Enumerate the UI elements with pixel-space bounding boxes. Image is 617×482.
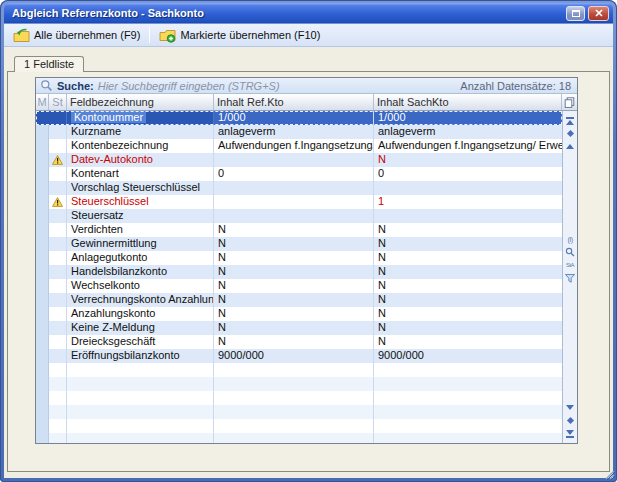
warning-icon [52, 155, 63, 165]
sach-value-cell: N [374, 335, 562, 349]
ref-value-cell [214, 433, 374, 443]
copy-icon [564, 97, 575, 108]
table-row[interactable]: Verrechnungskonto AnzahlungNN [36, 293, 562, 307]
field-name-cell [67, 391, 214, 405]
column-header-m[interactable]: M [36, 94, 49, 110]
table-row[interactable]: VerdichtenNN [36, 223, 562, 237]
status-cell [49, 195, 67, 209]
row-indicator-cell [36, 391, 49, 405]
titlebar[interactable]: Abgleich Referenzkonto - Sachkonto [4, 3, 613, 23]
sach-value-cell: N [374, 223, 562, 237]
scroll-prev-marked-button[interactable] [564, 127, 577, 140]
ref-value-cell [214, 377, 374, 391]
tab-feldliste[interactable]: 1 Feldliste [14, 56, 84, 72]
sach-value-cell: N [374, 321, 562, 335]
row-indicator-cell [36, 209, 49, 223]
vertical-scrollbar[interactable]: (I) StA [562, 111, 577, 443]
maximize-button[interactable] [566, 6, 585, 21]
sort-button[interactable]: StA [564, 259, 577, 272]
row-indicator-cell [36, 293, 49, 307]
grid-search-button[interactable] [564, 246, 577, 259]
search-placeholder: Hier Suchbegriff eingeben (STRG+S) [98, 80, 457, 92]
table-row[interactable]: AnzahlungskontoNN [36, 307, 562, 321]
field-name-text: Kontonummer [71, 111, 146, 123]
table-row[interactable]: Kontonummer1/0001/000 [36, 111, 562, 125]
fix-column-button[interactable]: (I) [564, 233, 577, 246]
row-indicator-cell [36, 349, 49, 363]
row-indicator-cell [36, 335, 49, 349]
ref-value-cell [214, 363, 374, 377]
table-row[interactable]: Steuersatz [36, 209, 562, 223]
row-indicator-cell [36, 363, 49, 377]
tab-bar: 1 Feldliste [14, 56, 613, 72]
column-chooser-button[interactable] [562, 94, 577, 110]
row-indicator-cell [36, 279, 49, 293]
scroll-down-button[interactable] [564, 401, 577, 414]
table-row[interactable]: HandelsbilanzkontoNN [36, 265, 562, 279]
empty-row [36, 391, 562, 405]
scroll-next-marked-button[interactable] [564, 414, 577, 427]
search-icon [40, 79, 53, 92]
status-cell [49, 321, 67, 335]
row-indicator-cell [36, 139, 49, 153]
ref-value-cell: 1/000 [214, 111, 374, 125]
table-row[interactable]: Vorschlag Steuerschlüssel [36, 181, 562, 195]
table-row[interactable]: KontenbezeichnungAufwendungen f.Ingangse… [36, 139, 562, 153]
empty-row [36, 433, 562, 443]
table-row[interactable]: Kontenart00 [36, 167, 562, 181]
table-row[interactable]: Datev-AutokontoN [36, 153, 562, 167]
table-row[interactable]: AnlagegutkontoNN [36, 251, 562, 265]
column-header-inhalt-sachkto[interactable]: Inhalt SachKto [374, 94, 562, 110]
triangle-down-icon [566, 430, 574, 435]
search-bar[interactable]: Suche: Hier Suchbegriff eingeben (STRG+S… [36, 78, 577, 94]
table-row[interactable]: Keine Z-MeldungNN [36, 321, 562, 335]
apply-marked-button[interactable]: Markierte übernehmen (F10) [155, 27, 324, 44]
apply-all-button[interactable]: Alle übernehmen (F9) [9, 27, 144, 44]
table-row[interactable]: DreiecksgeschäftNN [36, 335, 562, 349]
field-name-cell: Eröffnungsbilanzkonto [67, 349, 214, 363]
field-name-cell: Anzahlungskonto [67, 307, 214, 321]
scroll-to-top-button[interactable] [564, 114, 577, 127]
filter-button[interactable] [564, 272, 577, 285]
field-name-text: Verdichten [71, 223, 123, 235]
ref-value-cell: 9000/000 [214, 349, 374, 363]
sach-value-cell: N [374, 237, 562, 251]
close-button[interactable] [588, 6, 609, 21]
row-indicator-cell [36, 125, 49, 139]
field-name-cell [67, 363, 214, 377]
scroll-up-button[interactable] [564, 140, 577, 153]
column-header-inhalt-refkto[interactable]: Inhalt Ref.Kto [214, 94, 374, 110]
field-name-cell: Gewinnermittlung [67, 237, 214, 251]
row-indicator-cell [36, 405, 49, 419]
sach-value-cell: N [374, 153, 562, 167]
status-cell [49, 391, 67, 405]
field-name-cell: Keine Z-Meldung [67, 321, 214, 335]
folder-plus-icon [159, 28, 176, 43]
sach-value-cell: N [374, 293, 562, 307]
column-header-feldbezeichnung[interactable]: Feldbezeichnung [67, 94, 214, 110]
ref-value-cell: N [214, 293, 374, 307]
ref-value-cell [214, 419, 374, 433]
warning-icon [52, 197, 63, 207]
field-name-text: Steuersatz [71, 209, 124, 221]
table-row[interactable]: Steuerschlüssel1 [36, 195, 562, 209]
scroll-to-bottom-button[interactable] [564, 427, 577, 440]
ref-value-cell [214, 181, 374, 195]
table-body-wrap: Kontonummer1/0001/000Kurznameanlageverma… [36, 111, 577, 443]
ref-value-cell: N [214, 237, 374, 251]
table-row[interactable]: Eröffnungsbilanzkonto9000/0009000/000 [36, 349, 562, 363]
table-row[interactable]: Kurznameanlagevermanlageverm [36, 125, 562, 139]
row-indicator-cell [36, 265, 49, 279]
status-cell [49, 139, 67, 153]
table-row[interactable]: GewinnermittlungNN [36, 237, 562, 251]
field-name-cell: Kontenart [67, 167, 214, 181]
status-cell [49, 181, 67, 195]
column-header-st[interactable]: St [49, 94, 67, 110]
status-cell [49, 125, 67, 139]
tab-feldliste-label: 1 Feldliste [24, 58, 74, 70]
resize-grip[interactable] [603, 468, 615, 480]
table-row[interactable]: WechselkontoNN [36, 279, 562, 293]
field-name-cell [67, 405, 214, 419]
bar-glyph [566, 117, 574, 119]
ref-value-cell: N [214, 307, 374, 321]
